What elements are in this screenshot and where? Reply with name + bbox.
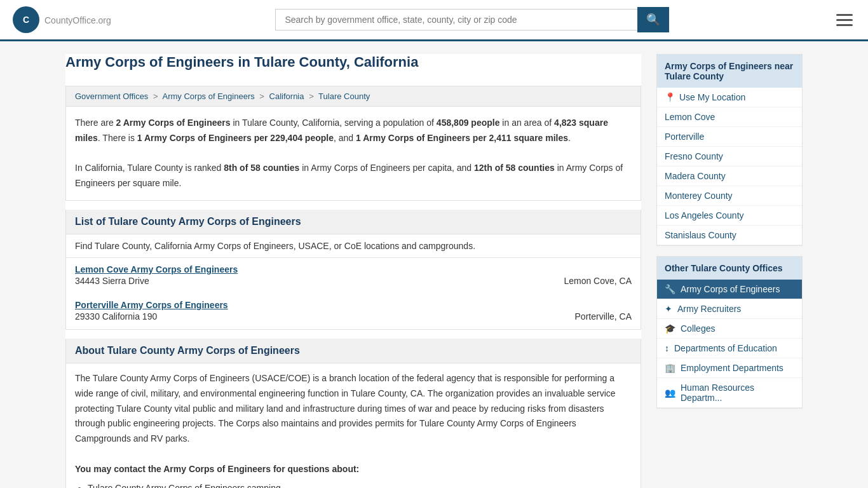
sidebar-item-label: Army Recruiters: [677, 304, 741, 314]
list-header: List of Tulare County Army Corps of Engi…: [65, 210, 641, 234]
sidebar-item-army-corps[interactable]: 🔧 Army Corps of Engineers: [657, 280, 802, 299]
stats-section: There are 2 Army Corps of Engineers in T…: [65, 107, 641, 201]
menu-bar-icon: [836, 19, 853, 21]
office-link-porterville[interactable]: Porterville Army Corps of Engineers: [75, 300, 228, 310]
bc-sep: >: [309, 92, 314, 101]
sidebar: Army Corps of Engineers near Tulare Coun…: [656, 54, 803, 488]
stats-para2: In California, Tulare County is ranked 8…: [75, 161, 632, 191]
sidebar-link-stanislaus[interactable]: Stanislaus County: [657, 226, 802, 245]
sidebar-item-label: Colleges: [681, 323, 715, 334]
page-title: Army Corps of Engineers in Tulare County…: [65, 54, 641, 77]
breadcrumb-gov-offices[interactable]: Government Offices: [75, 92, 148, 101]
office-address: 34443 Sierra Drive: [75, 276, 149, 286]
office-city-state: Porterville, CA: [575, 311, 632, 322]
office-name: Porterville Army Corps of Engineers: [75, 300, 632, 310]
office-item: Lemon Cove Army Corps of Engineers 34443…: [65, 258, 641, 294]
sidebar-link-madera[interactable]: Madera County: [657, 166, 802, 186]
logo-area: C CountyOffice.org: [13, 6, 111, 33]
about-text: The Tulare County Army Corps of Engineer…: [75, 371, 632, 447]
office-name: Lemon Cove Army Corps of Engineers: [75, 264, 632, 274]
sidebar-item-label: Human Resources Departm...: [681, 383, 794, 403]
education-icon: ↕: [665, 343, 669, 353]
sidebar-item-label: Army Corps of Engineers: [681, 284, 780, 294]
sidebar-other: Other Tulare County Offices 🔧 Army Corps…: [656, 256, 803, 409]
about-body: The Tulare County Army Corps of Engineer…: [65, 363, 641, 488]
breadcrumb-tulare[interactable]: Tulare County: [318, 92, 370, 101]
search-area: 🔍: [275, 7, 669, 32]
office-link-lemon-cove[interactable]: Lemon Cove Army Corps of Engineers: [75, 264, 238, 274]
sidebar-item-education[interactable]: ↕ Departments of Education: [657, 339, 802, 358]
office-item: Porterville Army Corps of Engineers 2933…: [65, 294, 641, 330]
sidebar-item-label: Departments of Education: [674, 343, 777, 353]
sidebar-link-fresno[interactable]: Fresno County: [657, 147, 802, 166]
use-my-location[interactable]: 📍 Use My Location: [657, 88, 802, 107]
menu-bar-icon: [836, 24, 853, 26]
header: C CountyOffice.org 🔍: [0, 0, 868, 41]
sidebar-link-la[interactable]: Los Angeles County: [657, 206, 802, 226]
bc-sep: >: [153, 92, 158, 101]
search-input[interactable]: [275, 9, 637, 30]
svg-text:C: C: [23, 15, 29, 25]
menu-button[interactable]: [834, 11, 855, 29]
sidebar-item-hr[interactable]: 👥 Human Resources Departm...: [657, 378, 802, 408]
breadcrumb-army-corps[interactable]: Army Corps of Engineers: [163, 92, 255, 101]
about-contact-list: Tulare County Army Corps of Engineers ca…: [88, 481, 632, 488]
office-details: 29330 California 190 Porterville, CA: [75, 310, 632, 327]
office-details: 34443 Sierra Drive Lemon Cove, CA: [75, 274, 632, 291]
logo-text: CountyOffice.org: [44, 13, 111, 27]
office-address: 29330 California 190: [75, 311, 157, 322]
menu-bar-icon: [836, 14, 853, 16]
sidebar-link-porterville[interactable]: Porterville: [657, 127, 802, 147]
sidebar-link-lemon-cove[interactable]: Lemon Cove: [657, 107, 802, 127]
sidebar-nearby: Army Corps of Engineers near Tulare Coun…: [656, 54, 803, 246]
employment-icon: 🏢: [665, 363, 675, 373]
sidebar-link-monterey[interactable]: Monterey County: [657, 186, 802, 206]
sidebar-item-label: Employment Departments: [681, 363, 783, 373]
sidebar-other-header: Other Tulare County Offices: [657, 257, 802, 280]
about-contact-header: You may contact the Army Corps of Engine…: [75, 462, 632, 477]
wrench-icon: 🔧: [665, 284, 675, 294]
sidebar-item-employment[interactable]: 🏢 Employment Departments: [657, 358, 802, 378]
use-my-location-label: Use My Location: [679, 92, 745, 102]
content-area: Army Corps of Engineers in Tulare County…: [65, 54, 641, 488]
breadcrumb-california[interactable]: California: [269, 92, 304, 101]
location-icon: 📍: [665, 92, 675, 102]
search-button[interactable]: 🔍: [637, 7, 669, 32]
sidebar-item-colleges[interactable]: 🎓 Colleges: [657, 319, 802, 339]
college-icon: 🎓: [665, 323, 675, 334]
office-city-state: Lemon Cove, CA: [564, 276, 632, 286]
sidebar-item-army-recruiters[interactable]: ✦ Army Recruiters: [657, 299, 802, 319]
list-description: Find Tulare County, California Army Corp…: [65, 234, 641, 258]
main-wrapper: Army Corps of Engineers in Tulare County…: [53, 41, 815, 488]
logo-icon: C: [13, 6, 39, 33]
sidebar-nearby-header: Army Corps of Engineers near Tulare Coun…: [657, 55, 802, 88]
breadcrumb: Government Offices > Army Corps of Engin…: [65, 86, 641, 107]
hr-icon: 👥: [665, 388, 675, 398]
stats-para1: There are 2 Army Corps of Engineers in T…: [75, 116, 632, 146]
star-icon: ✦: [665, 304, 672, 314]
about-contact-item: Tulare County Army Corps of Engineers ca…: [88, 481, 632, 488]
logo-suffix: .org: [96, 15, 111, 25]
bc-sep: >: [259, 92, 264, 101]
about-header: About Tulare County Army Corps of Engine…: [65, 339, 641, 363]
